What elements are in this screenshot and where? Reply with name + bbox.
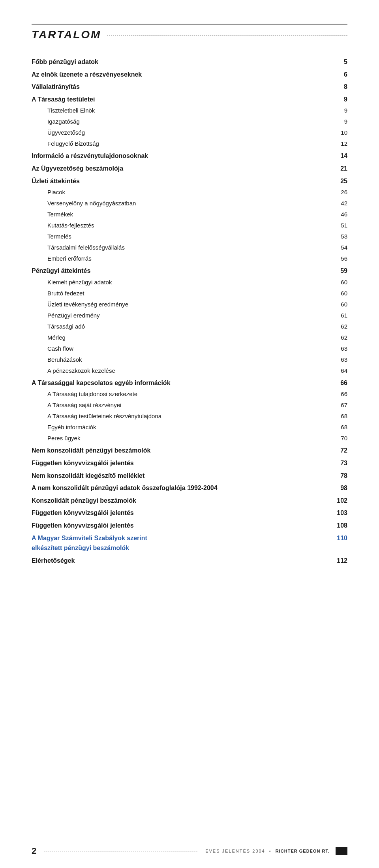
- toc-entry: Konszolidált pénzügyi beszámolók102: [32, 496, 347, 506]
- toc-entry-page: 9: [332, 94, 347, 105]
- toc-entry-label: Nem konszolidált pénzügyi beszámolók: [32, 445, 332, 456]
- toc-entry-page: 60: [332, 300, 347, 309]
- toc-entry-page: 14: [332, 151, 347, 161]
- toc-entry: Piacok26: [32, 188, 347, 197]
- toc-entry-page: 72: [332, 445, 347, 456]
- toc-entry-label: Bruttó fedezet: [32, 289, 332, 298]
- toc-entry-label: Független könyvvizsgálói jelentés: [32, 458, 332, 468]
- toc-entry: A Magyar Számviteli Szabályok szerint el…: [32, 533, 347, 553]
- toc-entry-label: Üzleti tevékenység eredménye: [32, 300, 332, 309]
- toc-entry: Felügyelő Bizottság12: [32, 139, 347, 148]
- page-footer: 2 ÉVES JELENTÉS 2004 • RICHTER GEDEON RT…: [0, 846, 379, 856]
- toc-entry-page: 112: [332, 556, 347, 566]
- toc-entry-page: 56: [332, 254, 347, 263]
- toc-entry: Pénzügyi eredmény61: [32, 311, 347, 320]
- toc-entry-page: 8: [332, 82, 347, 92]
- toc-entry: A nem konszolidált pénzügyi adatok össze…: [32, 483, 347, 493]
- footer-logo: RICHTER GEDEON RT.: [276, 849, 330, 853]
- toc-entry: Ügyvezetőség10: [32, 128, 347, 137]
- toc-entry-label: A Társasággal kapcsolatos egyéb informác…: [32, 378, 332, 388]
- toc-entry-page: 73: [332, 458, 347, 468]
- toc-entry-page: 26: [332, 188, 347, 197]
- toc-entry-page: 21: [332, 163, 347, 174]
- toc-entry-label: A nem konszolidált pénzügyi adatok össze…: [32, 483, 332, 493]
- toc-entry-label: Üzleti áttekintés: [32, 176, 332, 186]
- toc-entry: Az elnök üzenete a részvényeseknek6: [32, 70, 347, 80]
- toc-entry: Igazgatóság9: [32, 117, 347, 126]
- toc-entry-page: 62: [332, 333, 347, 342]
- toc-entry-page: 66: [332, 378, 347, 388]
- toc-entry-label: Igazgatóság: [32, 117, 332, 126]
- toc-entry-label: Tiszteletbeli Elnök: [32, 106, 332, 115]
- toc-entry-label: Mérleg: [32, 333, 332, 342]
- toc-entry-page: 12: [332, 139, 347, 148]
- toc-entry-page: 10: [332, 128, 347, 137]
- toc-entry: Információ a részvénytulajdonosoknak14: [32, 151, 347, 161]
- toc-entry: Független könyvvizsgálói jelentés103: [32, 508, 347, 518]
- toc-entry-label: Egyéb információk: [32, 423, 332, 432]
- toc-entry-label: Az Ügyvezetőség beszámolója: [32, 163, 332, 174]
- toc-entry-page: 62: [332, 322, 347, 331]
- toc-entry: Az Ügyvezetőség beszámolója21: [32, 163, 347, 174]
- toc-entry-label: Főbb pénzügyi adatok: [32, 57, 332, 67]
- toc-entry-page: 9: [332, 117, 347, 126]
- footer-line: [44, 851, 197, 851]
- toc-entry: Emberi erőforrás56: [32, 254, 347, 263]
- toc-entry: Termelés53: [32, 232, 347, 241]
- toc-entry: Tiszteletbeli Elnök9: [32, 106, 347, 115]
- toc-entry: A Társaság tulajdonosi szerkezete66: [32, 389, 347, 399]
- toc-entry-page: 60: [332, 289, 347, 298]
- toc-entry: Független könyvvizsgálói jelentés73: [32, 458, 347, 468]
- toc-entry-label: A Társaság saját részvényei: [32, 400, 332, 410]
- toc-title: TARTALOM: [32, 28, 101, 41]
- toc-entry-label: Vállalatirányítás: [32, 82, 332, 92]
- footer-page-number: 2: [32, 846, 36, 856]
- toc-entry-page: 46: [332, 210, 347, 219]
- toc-entry: A pénzeszközök kezelése64: [32, 366, 347, 376]
- toc-entry: Vállalatirányítás8: [32, 82, 347, 92]
- toc-entry-page: 60: [332, 278, 347, 287]
- toc-entry: A Társaság testületeinek részvénytulajdo…: [32, 411, 347, 421]
- toc-entry-label: Piacok: [32, 188, 332, 197]
- toc-header-line: [107, 35, 347, 36]
- toc-entry-label: A pénzeszközök kezelése: [32, 366, 332, 376]
- toc-entry-page: 68: [332, 411, 347, 421]
- toc-entry: Pénzügyi áttekintés59: [32, 266, 347, 276]
- toc-entry-page: 102: [332, 496, 347, 506]
- toc-entry: Termékek46: [32, 210, 347, 219]
- toc-entry: Üzleti áttekintés25: [32, 176, 347, 186]
- toc-entry-page: 108: [332, 520, 347, 531]
- toc-entry-page: 59: [332, 266, 347, 276]
- toc-entry-label: Kiemelt pénzügyi adatok: [32, 278, 332, 287]
- toc-entry: Társadalmi felelősségvállalás54: [32, 243, 347, 252]
- toc-entry: Kutatás-fejlesztés51: [32, 221, 347, 230]
- toc-entry: Peres ügyek70: [32, 434, 347, 443]
- toc-entry: Cash flow63: [32, 344, 347, 353]
- toc-entry: A Társaság saját részvényei67: [32, 400, 347, 410]
- toc-entry-label: Elérhetőségek: [32, 556, 332, 566]
- toc-entry-label: Felügyelő Bizottság: [32, 139, 332, 148]
- toc-entry-page: 68: [332, 423, 347, 432]
- toc-entry: A Társasággal kapcsolatos egyéb informác…: [32, 378, 347, 388]
- toc-entry: Nem konszolidált pénzügyi beszámolók72: [32, 445, 347, 456]
- toc-entry-label: Konszolidált pénzügyi beszámolók: [32, 496, 332, 506]
- toc-entry-page: 53: [332, 232, 347, 241]
- toc-entry: Mérleg62: [32, 333, 347, 342]
- toc-entry-label: A Társaság testületei: [32, 94, 332, 105]
- toc-entry-page: 110: [332, 533, 347, 543]
- toc-entry-label: Ügyvezetőség: [32, 128, 332, 137]
- toc-entry: Kiemelt pénzügyi adatok60: [32, 278, 347, 287]
- toc-entry-page: 9: [332, 106, 347, 115]
- toc-entry-label: Kutatás-fejlesztés: [32, 221, 332, 230]
- toc-entry-label: Információ a részvénytulajdonosoknak: [32, 151, 332, 161]
- toc-entry-page: 103: [332, 508, 347, 518]
- toc-entry: Társasági adó62: [32, 322, 347, 331]
- toc-header: TARTALOM: [32, 24, 347, 41]
- toc-entry-label: Termelés: [32, 232, 332, 241]
- toc-entry-label: Cash flow: [32, 344, 332, 353]
- toc-entry-page: 67: [332, 400, 347, 410]
- toc-body: Főbb pénzügyi adatok5Az elnök üzenete a …: [32, 57, 347, 566]
- toc-entry-label: Társasági adó: [32, 322, 332, 331]
- toc-entry: Nem konszolidált kiegészítő melléklet78: [32, 471, 347, 481]
- toc-entry-page: 61: [332, 311, 347, 320]
